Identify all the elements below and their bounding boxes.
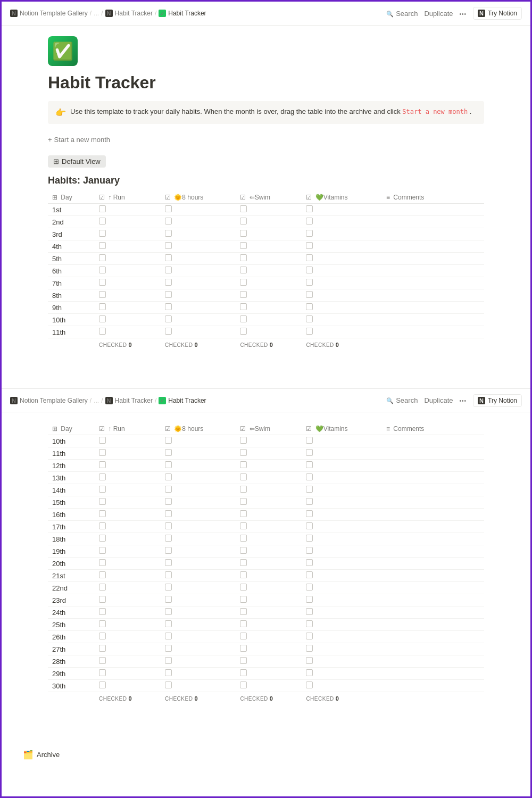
- run-cell[interactable]: [95, 265, 161, 277]
- vitamins-checkbox[interactable]: [306, 279, 313, 286]
- hours-checkbox[interactable]: [165, 681, 172, 688]
- run-checkbox[interactable]: [99, 669, 106, 676]
- swim-cell[interactable]: [236, 619, 302, 631]
- run-checkbox[interactable]: [99, 633, 106, 639]
- vitamins-checkbox[interactable]: [306, 547, 313, 554]
- swim-checkbox[interactable]: [240, 205, 247, 212]
- comment-cell[interactable]: [382, 314, 484, 326]
- swim-cell[interactable]: [236, 472, 302, 484]
- vitamins-checkbox[interactable]: [306, 510, 313, 517]
- vitamins-checkbox[interactable]: [306, 437, 313, 444]
- vitamins-checkbox[interactable]: [306, 242, 313, 249]
- hours-checkbox[interactable]: [165, 510, 172, 517]
- swim-checkbox[interactable]: [240, 437, 247, 444]
- run-cell[interactable]: [95, 606, 161, 619]
- swim-checkbox[interactable]: [240, 608, 247, 615]
- breadcrumb-gallery[interactable]: Notion Template Gallery: [20, 10, 88, 17]
- vitamins-cell[interactable]: [302, 289, 382, 302]
- swim-cell[interactable]: [236, 302, 302, 314]
- vitamins-checkbox[interactable]: [306, 559, 313, 566]
- comment-cell[interactable]: [382, 619, 484, 631]
- swim-checkbox[interactable]: [240, 596, 247, 603]
- vitamins-cell[interactable]: [302, 265, 382, 277]
- duplicate-button2[interactable]: Duplicate: [424, 396, 453, 404]
- run-cell[interactable]: [95, 558, 161, 570]
- vitamins-cell[interactable]: [302, 594, 382, 606]
- vitamins-checkbox[interactable]: [306, 315, 313, 322]
- swim-checkbox[interactable]: [240, 681, 247, 688]
- breadcrumb2-habit1[interactable]: Habit Tracker: [115, 397, 153, 404]
- run-cell[interactable]: [95, 460, 161, 472]
- run-cell[interactable]: [95, 314, 161, 326]
- vitamins-cell[interactable]: [302, 680, 382, 692]
- breadcrumb2-ellipsis[interactable]: ...: [94, 397, 99, 404]
- swim-cell[interactable]: [236, 496, 302, 509]
- vitamins-checkbox[interactable]: [306, 205, 313, 212]
- run-cell[interactable]: [95, 668, 161, 680]
- run-checkbox[interactable]: [99, 205, 106, 212]
- swim-checkbox[interactable]: [240, 669, 247, 676]
- swim-cell[interactable]: [236, 668, 302, 680]
- vitamins-cell[interactable]: [302, 655, 382, 668]
- swim-checkbox[interactable]: [240, 559, 247, 566]
- comment-cell[interactable]: [382, 460, 484, 472]
- run-cell[interactable]: [95, 631, 161, 643]
- vitamins-checkbox[interactable]: [306, 486, 313, 493]
- hours-cell[interactable]: [161, 216, 236, 228]
- vitamins-checkbox[interactable]: [306, 303, 313, 310]
- vitamins-checkbox[interactable]: [306, 254, 313, 261]
- hours-checkbox[interactable]: [165, 535, 172, 542]
- run-cell[interactable]: [95, 521, 161, 533]
- hours-checkbox[interactable]: [165, 584, 172, 591]
- swim-checkbox[interactable]: [240, 633, 247, 639]
- swim-checkbox[interactable]: [240, 657, 247, 664]
- swim-checkbox[interactable]: [240, 315, 247, 322]
- comment-cell[interactable]: [382, 253, 484, 265]
- run-checkbox[interactable]: [99, 218, 106, 225]
- hours-checkbox[interactable]: [165, 657, 172, 664]
- run-cell[interactable]: [95, 447, 161, 460]
- swim-checkbox[interactable]: [240, 218, 247, 225]
- hours-cell[interactable]: [161, 631, 236, 643]
- vitamins-checkbox[interactable]: [306, 584, 313, 591]
- comment-cell[interactable]: [382, 582, 484, 594]
- hours-checkbox[interactable]: [165, 267, 172, 273]
- vitamins-cell[interactable]: [302, 435, 382, 447]
- run-cell[interactable]: [95, 594, 161, 606]
- vitamins-cell[interactable]: [302, 521, 382, 533]
- vitamins-checkbox[interactable]: [306, 267, 313, 273]
- run-checkbox[interactable]: [99, 620, 106, 627]
- vitamins-checkbox[interactable]: [306, 645, 313, 652]
- hours-checkbox[interactable]: [165, 303, 172, 310]
- comment-cell[interactable]: [382, 643, 484, 655]
- add-month-button[interactable]: + Start a new month: [48, 135, 484, 145]
- swim-cell[interactable]: [236, 521, 302, 533]
- swim-checkbox[interactable]: [240, 328, 247, 335]
- vitamins-cell[interactable]: [302, 216, 382, 228]
- run-checkbox[interactable]: [99, 461, 106, 468]
- breadcrumb-habit2[interactable]: Habit Tracker: [168, 10, 206, 17]
- hours-cell[interactable]: [161, 447, 236, 460]
- vitamins-checkbox[interactable]: [306, 620, 313, 627]
- run-checkbox[interactable]: [99, 473, 106, 480]
- swim-checkbox[interactable]: [240, 279, 247, 286]
- hours-checkbox[interactable]: [165, 315, 172, 322]
- hours-cell[interactable]: [161, 228, 236, 240]
- swim-cell[interactable]: [236, 204, 302, 216]
- swim-checkbox[interactable]: [240, 486, 247, 493]
- run-cell[interactable]: [95, 228, 161, 240]
- try-notion-label2[interactable]: Try Notion: [488, 397, 517, 404]
- vitamins-checkbox[interactable]: [306, 230, 313, 237]
- hours-checkbox[interactable]: [165, 669, 172, 676]
- comment-cell[interactable]: [382, 228, 484, 240]
- swim-checkbox[interactable]: [240, 461, 247, 468]
- swim-checkbox[interactable]: [240, 522, 247, 529]
- run-checkbox[interactable]: [99, 522, 106, 529]
- comment-cell[interactable]: [382, 594, 484, 606]
- hours-cell[interactable]: [161, 289, 236, 302]
- hours-checkbox[interactable]: [165, 633, 172, 639]
- run-cell[interactable]: [95, 240, 161, 253]
- comment-cell[interactable]: [382, 496, 484, 509]
- hours-cell[interactable]: [161, 558, 236, 570]
- vitamins-cell[interactable]: [302, 326, 382, 338]
